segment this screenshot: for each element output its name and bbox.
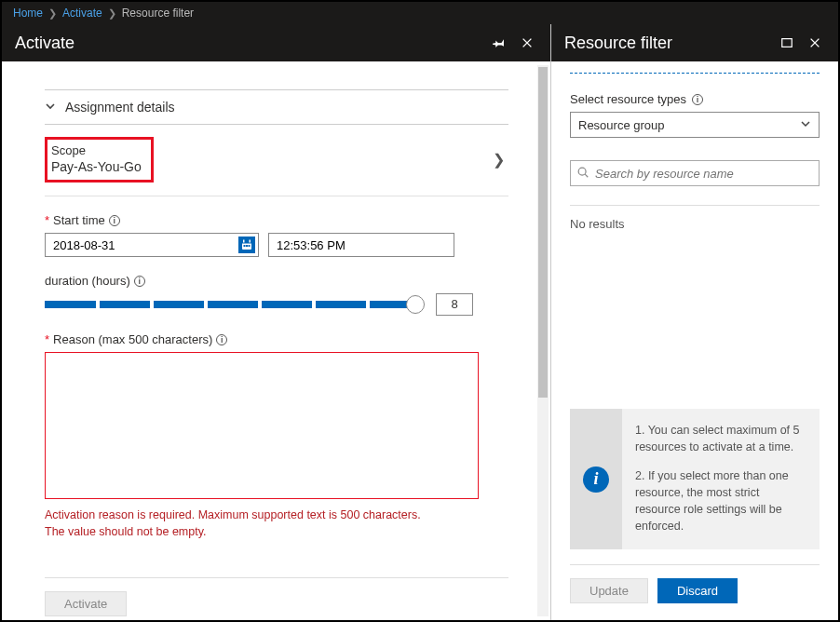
close-icon[interactable] [517, 33, 537, 53]
svg-rect-5 [250, 240, 251, 243]
select-resource-types-label: Select resource types i [570, 92, 820, 106]
reason-error: Activation reason is required. Maximum s… [45, 507, 508, 540]
resource-search[interactable] [570, 160, 820, 186]
info-icon[interactable]: i [216, 334, 227, 345]
pin-icon[interactable] [489, 33, 509, 53]
resource-filter-header: Resource filter [551, 24, 838, 61]
start-time-label: Start time i [45, 213, 508, 227]
svg-rect-8 [249, 245, 251, 247]
resource-search-input[interactable] [595, 167, 813, 181]
reason-input[interactable] [45, 352, 479, 499]
duration-label: duration (hours) i [45, 274, 508, 288]
svg-rect-4 [243, 240, 245, 243]
svg-point-12 [578, 168, 586, 175]
svg-rect-6 [244, 245, 246, 247]
start-date-input[interactable] [45, 233, 259, 257]
search-icon [576, 166, 589, 182]
select-label-text: Select resource types [570, 92, 686, 106]
info-icon[interactable]: i [692, 94, 703, 105]
no-results: No results [570, 217, 820, 231]
discard-button[interactable]: Discard [657, 578, 738, 603]
scrollbar[interactable] [537, 65, 549, 616]
svg-rect-9 [782, 39, 793, 47]
breadcrumb-activate[interactable]: Activate [62, 7, 102, 20]
activate-title: Activate [15, 34, 75, 53]
update-button: Update [570, 578, 648, 603]
chevron-down-icon [800, 118, 811, 132]
scope-highlight: Scope Pay-As-You-Go [45, 137, 154, 183]
breadcrumb-home[interactable]: Home [13, 7, 43, 20]
blade-top-border [570, 73, 820, 74]
duration-text: duration (hours) [45, 274, 130, 288]
chevron-right-icon: ❯ [493, 151, 505, 169]
assignment-details-label: Assignment details [65, 100, 175, 115]
tip-1: 1. You can select maximum of 5 resources… [635, 422, 805, 455]
duration-value[interactable]: 8 [436, 293, 473, 316]
info-icon[interactable]: i [134, 276, 145, 287]
close-icon[interactable] [805, 33, 825, 53]
calendar-icon[interactable] [238, 237, 255, 253]
info-panel: i 1. You can select maximum of 5 resourc… [570, 409, 820, 549]
resource-filter-title: Resource filter [564, 34, 672, 53]
chevron-down-icon [45, 100, 56, 115]
tip-2: 2. If you select more than one resource,… [635, 467, 805, 535]
scope-label: Scope [51, 143, 142, 157]
activate-header: Activate [2, 24, 550, 61]
start-time-text: Start time [53, 213, 105, 227]
maximize-icon[interactable] [777, 33, 797, 53]
breadcrumb: Home ❯ Activate ❯ Resource filter [2, 2, 838, 24]
reason-text: Reason (max 500 characters) [53, 332, 212, 346]
svg-rect-7 [246, 245, 248, 247]
chevron-right-icon: ❯ [108, 7, 116, 20]
duration-slider[interactable] [45, 298, 417, 311]
scope-value: Pay-As-You-Go [51, 159, 142, 174]
slider-thumb[interactable] [406, 295, 425, 314]
info-icon[interactable]: i [109, 215, 120, 226]
divider [570, 205, 820, 206]
activate-button: Activate [45, 591, 127, 616]
svg-line-13 [585, 174, 588, 177]
reason-label: Reason (max 500 characters) i [45, 332, 508, 346]
error-line-2: The value should not be empty. [45, 525, 207, 538]
resource-type-dropdown[interactable]: Resource group [570, 112, 820, 138]
error-line-1: Activation reason is required. Maximum s… [45, 508, 421, 521]
assignment-details-toggle[interactable]: Assignment details [45, 89, 508, 125]
activate-blade: Activate Assignment details [2, 24, 551, 620]
chevron-right-icon: ❯ [48, 7, 57, 20]
scope-row[interactable]: Scope Pay-As-You-Go ❯ [45, 124, 508, 196]
resource-filter-blade: Resource filter Select resource types i … [551, 24, 838, 620]
info-icon: i [583, 466, 609, 493]
scrollbar-thumb[interactable] [538, 67, 548, 398]
start-time-input[interactable] [268, 233, 454, 257]
dropdown-selected: Resource group [578, 118, 665, 132]
breadcrumb-current: Resource filter [122, 7, 194, 20]
